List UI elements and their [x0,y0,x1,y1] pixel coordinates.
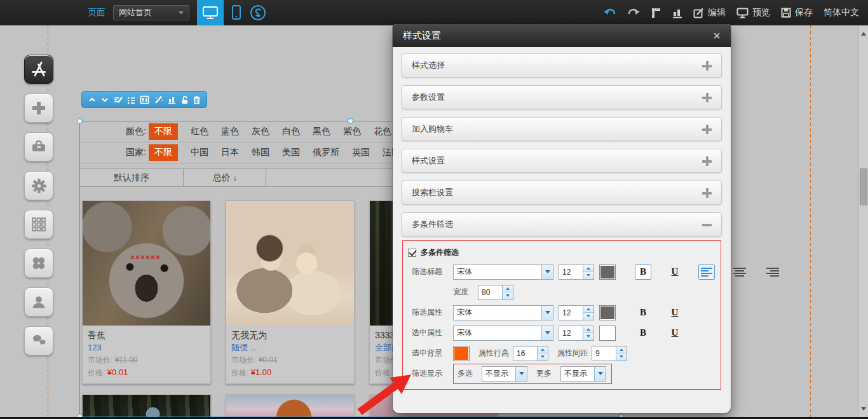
spin-down-icon[interactable] [538,354,548,361]
enable-filter-checkbox[interactable] [408,249,416,257]
sidebar-item-components[interactable] [24,249,53,278]
spin-up-icon[interactable] [503,285,513,293]
save-button[interactable]: 保存 [781,7,813,18]
plus-icon [702,93,712,102]
link-icon [249,4,267,22]
spin-up-icon[interactable] [538,347,548,354]
move-down-button[interactable] [100,95,109,104]
chat-bubbles-icon [31,333,48,350]
scroll-down-icon[interactable] [861,407,866,413]
delete-button[interactable] [193,95,201,104]
spin-down-icon[interactable] [583,313,593,320]
sidebar-item-add-module[interactable] [24,93,53,123]
magic-wand-button[interactable] [154,95,163,104]
preview-monitor-icon [736,8,749,18]
align-left-button[interactable] [698,264,715,280]
selected-attr-row: 选中属性 宋体 12 B U [412,325,713,341]
accordion-section-collapsed[interactable]: 样式选择 [402,53,722,78]
sidebar-item-toolbox[interactable] [24,132,53,161]
filter-settings-button[interactable] [140,95,149,104]
accordion-section-collapsed[interactable]: 样式设置 [402,149,722,173]
font-color-swatch[interactable] [599,305,616,320]
font-select[interactable]: 宋体 [453,305,553,320]
spin-up-icon[interactable] [616,347,627,354]
clover-icon [31,255,47,271]
bold-button[interactable]: B [635,305,651,320]
font-size-stepper[interactable]: 12 [559,326,594,341]
more-select-dropdown[interactable]: 不显示 [560,366,606,381]
scrollbar-thumb[interactable] [860,168,867,205]
chevron-down-icon [515,367,527,381]
bold-button[interactable]: B [635,326,651,341]
stats-column-button[interactable] [167,95,177,104]
sidebar-item-design-tools[interactable] [24,55,53,84]
close-icon[interactable]: × [713,29,721,42]
lock-button[interactable] [180,95,189,104]
list-settings-button[interactable] [126,95,136,104]
style-settings-panel: 样式设置 × 样式选择参数设置加入购物车样式设置搜索栏设置多条件筛选 多条件筛选… [393,24,731,413]
spin-up-icon[interactable] [583,306,593,313]
font-color-swatch[interactable] [599,326,616,341]
accordion-section-collapsed[interactable]: 参数设置 [402,85,722,109]
page-select[interactable]: 网站首页 [113,5,189,20]
chevron-down-icon [541,326,553,340]
accordion-label: 多条件筛选 [412,219,453,230]
sidebar-item-wechat[interactable] [24,326,53,355]
desktop-view-button[interactable] [197,0,224,25]
language-switch[interactable]: 简体中文 [824,7,859,18]
accordion-section-expanded[interactable]: 多条件筛选 [402,212,722,237]
width-stepper[interactable]: 80 [478,285,513,300]
align-right-button[interactable] [764,264,781,280]
sidebar-item-modules-grid[interactable] [24,210,53,239]
font-size-stepper[interactable]: 12 [559,264,594,280]
chevron-down-icon [541,265,553,279]
multi-select-dropdown[interactable]: 不显示 [482,366,527,381]
mobile-view-button[interactable] [231,5,241,20]
line-height-stepper[interactable]: 16 [513,346,548,361]
spin-down-icon[interactable] [583,272,593,279]
spin-down-icon[interactable] [616,354,627,361]
bold-button[interactable]: B [635,264,651,280]
edit-button[interactable]: 编辑 [693,7,726,18]
edit-icon [693,8,704,18]
font-color-swatch[interactable] [599,264,616,280]
underline-button[interactable]: U [667,305,683,320]
accordion-section-collapsed[interactable]: 搜索栏设置 [402,181,722,205]
align-center-button[interactable] [731,264,748,280]
spin-up-icon[interactable] [583,326,593,334]
accordion-section-collapsed[interactable]: 加入购物车 [402,117,722,141]
selection-handle-top-middle[interactable] [348,118,353,124]
monitor-icon [202,6,219,20]
bg-color-swatch[interactable] [453,346,470,361]
preview-button[interactable]: 预览 [736,7,770,18]
selection-handle-top-left[interactable] [77,118,83,124]
preview-label: 预览 [752,7,770,18]
undo-button[interactable] [604,8,616,18]
spacing-stepper[interactable]: 9 [592,346,627,361]
edit-content-button[interactable] [113,95,123,104]
sidebar-item-member[interactable] [24,287,53,317]
spin-down-icon[interactable] [583,333,593,340]
sidebar-item-settings[interactable] [24,171,53,200]
font-select[interactable]: 宋体 [453,326,553,341]
plus-icon [702,125,712,134]
ruler-button[interactable] [651,7,661,18]
chevron-down-icon [594,367,606,381]
underline-button[interactable]: U [667,326,683,341]
spin-up-icon[interactable] [583,265,593,273]
redo-button[interactable] [627,8,640,18]
font-select[interactable]: 宋体 [453,264,553,280]
bar-chart-icon [672,8,682,18]
undo-icon [604,8,616,18]
page-select-value: 网站首页 [119,7,152,18]
panel-header[interactable]: 样式设置 × [393,24,731,47]
plus-icon [31,100,47,116]
window-scrollbar[interactable] [858,25,868,417]
font-size-stepper[interactable]: 12 [559,305,594,320]
move-up-button[interactable] [88,95,97,104]
stats-button[interactable] [672,8,682,18]
link-button[interactable] [249,4,267,22]
spin-down-icon[interactable] [503,292,513,299]
underline-button[interactable]: U [667,264,683,280]
scroll-up-icon[interactable] [861,29,866,36]
